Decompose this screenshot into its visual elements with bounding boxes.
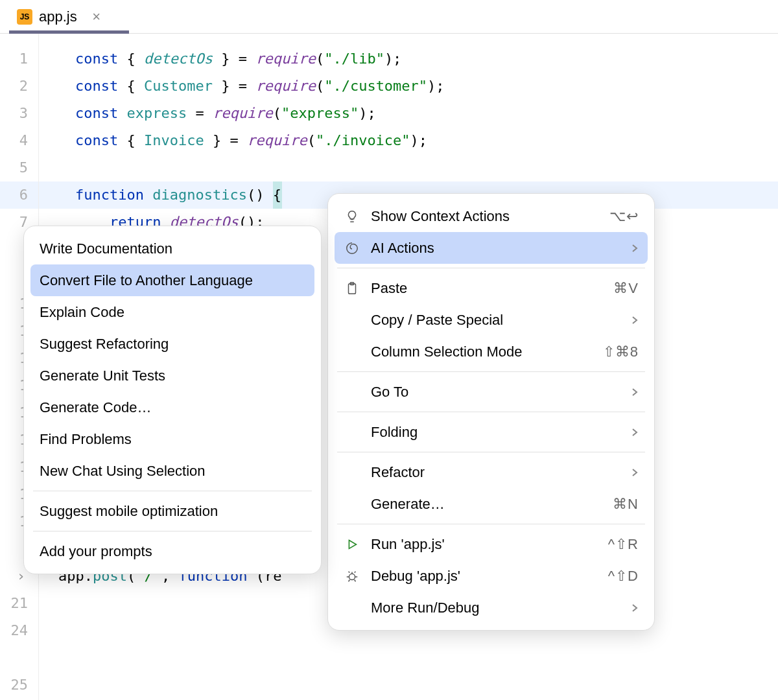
menu-item-label: AI Actions <box>371 240 607 257</box>
context-menu-item[interactable]: Paste⌘V <box>335 272 648 304</box>
menu-item-label: Show Context Actions <box>371 208 581 225</box>
menu-item-label: Explain Code <box>40 304 305 321</box>
chevron-right-icon <box>631 243 639 253</box>
context-menu-item[interactable]: Debug 'app.js'^⇧D <box>335 560 648 592</box>
menu-shortcut: ^⇧R <box>608 536 639 553</box>
menu-item-label: New Chat Using Selection <box>40 463 305 480</box>
chevron-right-icon <box>631 387 639 397</box>
code-line: const { Customer } = require("./customer… <box>75 73 778 100</box>
ai-submenu-item[interactable]: Suggest Refactoring <box>30 328 314 360</box>
ai-submenu-item[interactable]: Suggest mobile optimization <box>30 495 314 527</box>
menu-item-label: Run 'app.js' <box>371 536 580 553</box>
menu-item-label: Find Problems <box>40 431 305 448</box>
menu-item-label: Copy / Paste Special <box>371 312 607 329</box>
ai-submenu-item[interactable]: Add your prompts <box>30 535 314 567</box>
menu-item-label: Debug 'app.js' <box>371 568 580 585</box>
context-menu-item[interactable]: Run 'app.js'^⇧R <box>335 528 648 560</box>
context-menu-item[interactable]: Column Selection Mode⇧⌘8 <box>335 336 648 368</box>
code-line: const express = require("express"); <box>75 100 778 127</box>
menu-item-label: Folding <box>371 424 607 441</box>
context-menu-item[interactable]: Copy / Paste Special <box>335 304 648 336</box>
ai-submenu-item[interactable]: Find Problems <box>30 423 314 455</box>
editor-tab[interactable]: JS app.js × <box>9 0 111 33</box>
menu-shortcut: ^⇧D <box>608 568 639 585</box>
code-line <box>75 644 778 671</box>
context-menu: Show Context Actions⌥↩AI ActionsPaste⌘VC… <box>327 193 655 631</box>
tab-bar: JS app.js × <box>0 0 778 34</box>
ai-submenu-item[interactable]: New Chat Using Selection <box>30 455 314 487</box>
menu-item-label: Paste <box>371 280 585 297</box>
menu-item-label: Column Selection Mode <box>371 344 574 360</box>
menu-separator <box>337 268 645 268</box>
line-number: 4 <box>0 127 38 154</box>
code-line: const { Invoice } = require("./invoice")… <box>75 127 778 154</box>
menu-separator <box>337 524 645 524</box>
menu-shortcut: ⌘N <box>613 496 639 513</box>
menu-separator <box>33 531 312 531</box>
menu-item-label: Write Documentation <box>40 240 305 257</box>
context-menu-item[interactable]: Refactor <box>335 456 648 488</box>
menu-item-label: More Run/Debug <box>371 600 607 616</box>
menu-separator <box>337 452 645 452</box>
menu-shortcut: ⌘V <box>613 280 639 297</box>
code-line <box>75 154 778 181</box>
menu-separator <box>337 371 645 372</box>
menu-item-label: Add your prompts <box>40 543 305 560</box>
ai-actions-submenu: Write DocumentationConvert File to Anoth… <box>23 226 322 574</box>
context-menu-item[interactable]: AI Actions <box>335 232 648 264</box>
chevron-right-icon <box>631 315 639 325</box>
svg-point-2 <box>349 574 355 579</box>
line-number: 24 <box>0 617 38 644</box>
clipboard-icon <box>344 281 360 296</box>
ai-submenu-item[interactable]: Write Documentation <box>30 233 314 264</box>
menu-separator <box>33 491 312 491</box>
code-line: const { detectOs } = require("./lib"); <box>75 45 778 73</box>
line-number: 1 <box>0 45 38 73</box>
menu-item-label: Suggest Refactoring <box>40 336 305 353</box>
line-number: 5 <box>0 154 38 181</box>
line-number <box>0 644 38 671</box>
line-number: 25 <box>0 671 38 699</box>
ai-submenu-item[interactable]: Explain Code <box>30 296 314 328</box>
context-menu-item[interactable]: Go To <box>335 376 648 408</box>
chevron-right-icon <box>631 467 639 478</box>
bug-icon <box>344 569 360 583</box>
bulb-icon <box>344 209 360 224</box>
spiral-icon <box>344 241 360 255</box>
cursor: { <box>273 181 282 209</box>
menu-item-label: Refactor <box>371 464 607 481</box>
menu-item-label: Generate Unit Tests <box>40 368 305 384</box>
menu-item-label: Go To <box>371 384 607 401</box>
context-menu-item[interactable]: More Run/Debug <box>335 592 648 624</box>
context-menu-item[interactable]: Folding <box>335 416 648 448</box>
menu-shortcut: ⌥↩ <box>609 208 639 225</box>
line-number: 3 <box>0 100 38 127</box>
ai-submenu-item[interactable]: Generate Unit Tests <box>30 360 314 391</box>
menu-shortcut: ⇧⌘8 <box>603 344 639 360</box>
js-file-icon: JS <box>17 9 32 25</box>
close-icon[interactable]: × <box>90 10 103 23</box>
chevron-right-icon <box>631 603 639 613</box>
chevron-right-icon <box>631 427 639 438</box>
menu-separator <box>337 412 645 412</box>
ai-submenu-item[interactable]: Convert File to Another Language <box>30 264 314 296</box>
tab-label: app.js <box>39 8 77 25</box>
context-menu-item[interactable]: Show Context Actions⌥↩ <box>335 200 648 232</box>
menu-item-label: Generate Code… <box>40 399 305 416</box>
menu-item-label: Suggest mobile optimization <box>40 503 305 520</box>
line-number: 2 <box>0 73 38 100</box>
menu-item-label: Convert File to Another Language <box>40 272 305 289</box>
context-menu-item[interactable]: Generate…⌘N <box>335 488 648 520</box>
ai-submenu-item[interactable]: Generate Code… <box>30 391 314 423</box>
menu-item-label: Generate… <box>371 496 584 513</box>
play-icon <box>344 537 360 552</box>
line-number: 6 <box>0 181 38 209</box>
